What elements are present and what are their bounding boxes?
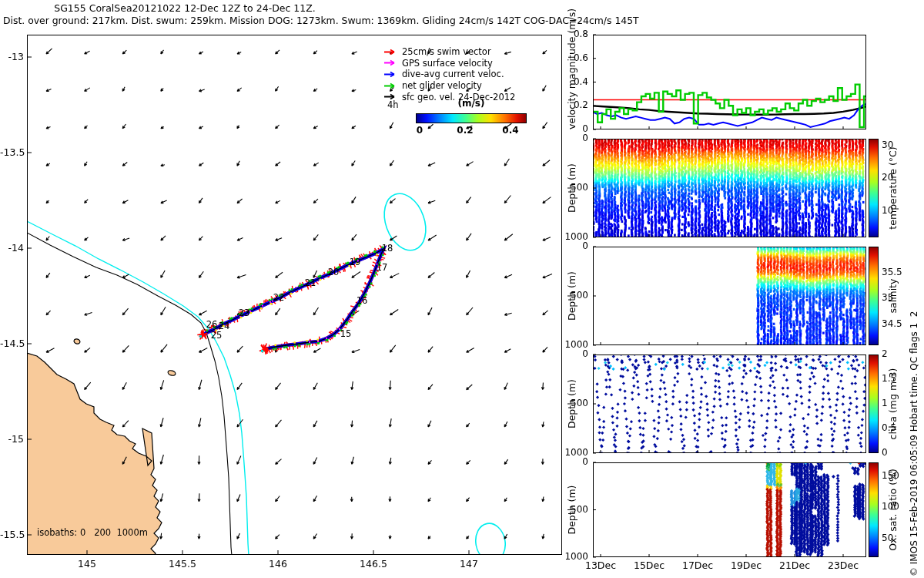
salinity-ytick: 0: [551, 241, 588, 251]
dive-label: 21: [305, 277, 316, 288]
legend-item-label: 25cm/s swim vector: [402, 46, 491, 57]
date-label: 21Dec: [772, 560, 818, 571]
chl-a-ytick: 0: [551, 349, 588, 359]
figure-title: SG155 CoralSea20121022 12-Dec 12Z to 24-…: [0, 2, 370, 14]
velocity-ytick: 0.2: [551, 100, 588, 110]
map-colorbar: [416, 113, 527, 123]
legend-item-label: net glider velocity: [402, 80, 482, 91]
velocity-ytick: 0.8: [551, 29, 588, 39]
legend-item: dive-avg current veloc.: [383, 69, 537, 80]
legend-duration-label: 4h: [387, 99, 399, 110]
chl-a-ytick: 500: [551, 398, 588, 408]
figure-subtitle: Dist. over ground: 217km. Dist. swum: 25…: [3, 15, 639, 26]
salinity-colorbar: [869, 247, 879, 345]
temperature-colorbar: [869, 139, 879, 237]
map-y-tick: -13: [0, 52, 24, 62]
chl-a-colorbar: [869, 355, 879, 453]
legend-item: GPS surface velocity: [383, 58, 537, 69]
map-colorbar-tick: 0: [404, 125, 435, 136]
legend-item-label: dive-avg current veloc.: [402, 69, 504, 79]
map-x-tick: 145: [68, 559, 106, 569]
dive-label: 16: [357, 295, 368, 306]
map-colorbar-tick: 0.2: [450, 125, 480, 136]
legend-items: 25cm/s swim vectorGPS surface velocitydi…: [383, 46, 537, 102]
legend-item-label: GPS surface velocity: [402, 58, 493, 69]
map-x-tick: 147: [450, 559, 488, 569]
legend-arrow-icon: [383, 59, 399, 66]
date-label: 13Dec: [578, 560, 624, 571]
velocity-ytick: 0.4: [551, 77, 588, 87]
dive-label: 23: [239, 307, 250, 318]
dive-label: 18: [382, 243, 393, 254]
map-x-tick: 146: [259, 559, 297, 569]
isobaths-label: isobaths: 0 200 1000m: [37, 527, 148, 538]
oxygen-colorbar-title: Ox. sat. ratio (%): [888, 462, 899, 557]
chl-a-colorbar-title: chl-a (mg m-3): [888, 355, 899, 453]
map-legend: 25cm/s swim vectorGPS surface velocitydi…: [383, 46, 537, 102]
dive-label: 17: [377, 262, 388, 273]
dive-label: 22: [273, 292, 285, 303]
date-label: 19Dec: [723, 560, 769, 571]
map-colorbar-tick: 0.4: [495, 125, 526, 136]
map-y-tick: -13.5: [0, 147, 24, 157]
map-y-tick: -14: [0, 243, 24, 253]
temperature-ytick: 0: [551, 133, 588, 143]
oxygen-ytick: 0: [551, 457, 588, 467]
legend-item: net glider velocity: [383, 80, 537, 92]
legend-item: 25cm/s swim vector: [383, 46, 537, 58]
oxygen-ytick: 500: [551, 505, 588, 515]
temperature-ytick: 500: [551, 183, 588, 193]
velocity-ytick: 0.6: [551, 53, 588, 63]
legend-arrow-icon: [383, 49, 399, 55]
temperature-colorbar-title: temperature (°C): [888, 139, 899, 237]
map-y-tick: -15.5: [0, 529, 24, 539]
map-x-tick: 146.5: [354, 559, 393, 569]
dive-label: 26: [206, 319, 218, 330]
dive-label: 19: [350, 257, 361, 267]
legend-arrow-icon: [383, 82, 399, 89]
dive-label: 20: [328, 267, 340, 277]
map-colorbar-title: (m/s): [416, 98, 527, 109]
date-label: 23Dec: [820, 560, 866, 571]
dive-label: 15: [340, 328, 352, 339]
dive-label: 25: [211, 330, 223, 341]
map-y-tick: -15: [0, 434, 24, 444]
date-label: 17Dec: [675, 560, 721, 571]
map-y-tick: -14.5: [0, 338, 24, 348]
figure-root: SG155 CoralSea20121022 12-Dec 12Z to 24-…: [0, 0, 924, 578]
date-label: 15Dec: [626, 560, 672, 571]
salinity-colorbar-title: salinity: [888, 247, 899, 345]
oxygen-colorbar: [869, 462, 879, 557]
map-x-tick: 145.5: [163, 559, 202, 569]
legend-arrow-icon: [383, 71, 399, 78]
salinity-ytick: 500: [551, 291, 588, 301]
